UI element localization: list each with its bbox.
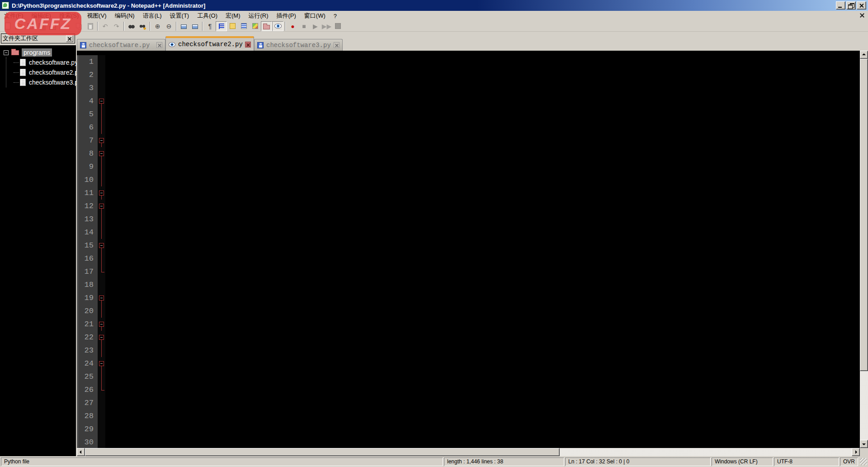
fold-margin[interactable] <box>98 186 105 200</box>
fold-collapse-icon[interactable] <box>99 99 104 104</box>
indent-guide-button[interactable] <box>216 21 227 31</box>
show-all-characters-button[interactable]: ¶ <box>204 21 216 31</box>
fold-margin[interactable] <box>98 147 105 160</box>
restore-button[interactable] <box>846 1 856 10</box>
tree-root-row[interactable]: programs <box>0 48 76 57</box>
sync-horizontal-scroll-button[interactable] <box>189 21 201 31</box>
menu-item-settings[interactable]: 设置(T) <box>166 11 193 21</box>
macro-stop-button[interactable]: ■ <box>298 21 310 31</box>
code-editor[interactable]: 1234567891011121314151617181920212223242… <box>77 51 860 448</box>
editor-line: 27 <box>77 396 860 410</box>
tab-checksoftware3.py[interactable]: checksoftware3.py <box>254 39 343 51</box>
fold-margin <box>98 213 105 226</box>
fold-collapse-icon[interactable] <box>99 322 104 327</box>
menu-item-plugins[interactable]: 插件(P) <box>273 11 300 21</box>
menu-item-tools[interactable]: 工具(O) <box>193 11 222 21</box>
horizontal-scrollbar[interactable] <box>77 448 860 456</box>
panel-close-icon[interactable] <box>66 35 73 42</box>
window-controls <box>836 1 866 10</box>
find-button[interactable] <box>126 21 137 31</box>
fold-margin[interactable] <box>98 318 105 331</box>
fold-collapse-icon[interactable] <box>99 138 104 143</box>
menu-item-encoding[interactable]: 编码(N) <box>111 11 139 21</box>
menu-item-language[interactable]: 语言(L) <box>139 11 166 21</box>
tab-label: checksoftware.py <box>89 42 156 49</box>
menu-item-macro[interactable]: 宏(M) <box>222 11 245 21</box>
macro-play-button[interactable]: ▶ <box>310 21 321 31</box>
editor-line: 11 <box>77 186 860 200</box>
fold-margin[interactable] <box>98 95 105 108</box>
minimize-button[interactable] <box>836 1 845 10</box>
function-list-button[interactable] <box>238 21 250 31</box>
resize-grip[interactable] <box>860 458 867 465</box>
fold-margin[interactable] <box>98 331 105 344</box>
tree-file-item[interactable]: checksoftware3.py <box>14 77 76 87</box>
redo-button[interactable]: ↷ <box>111 21 122 31</box>
document-close-icon[interactable] <box>859 12 865 19</box>
show-all-characters-icon: ¶ <box>208 23 212 30</box>
fold-margin[interactable] <box>98 291 105 305</box>
tab-checksoftware.py[interactable]: checksoftware.py <box>77 39 165 51</box>
fold-collapse-icon[interactable] <box>99 191 104 195</box>
zoom-in-button[interactable]: ⊕ <box>152 21 163 31</box>
status-doc-type: Python file <box>1 457 443 466</box>
menu-item-run[interactable]: 运行(R) <box>244 11 272 21</box>
line-number: 21 <box>77 318 98 331</box>
tab-checksoftware2.py[interactable]: checksoftware2.py <box>165 36 254 51</box>
vertical-scroll-thumb[interactable] <box>860 59 868 371</box>
close-button[interactable] <box>857 1 866 10</box>
horizontal-scroll-thumb[interactable] <box>85 448 560 456</box>
collapse-icon[interactable] <box>4 50 9 55</box>
macro-record-button[interactable]: ● <box>287 21 298 31</box>
fold-collapse-icon[interactable] <box>99 361 104 366</box>
macro-record-icon: ● <box>291 23 294 30</box>
scroll-left-button[interactable] <box>77 448 85 456</box>
scroll-right-button[interactable] <box>852 448 860 456</box>
document-monitoring-button[interactable] <box>272 21 283 31</box>
scroll-down-button[interactable] <box>860 440 868 448</box>
fold-collapse-icon[interactable] <box>99 295 104 300</box>
tab-close-icon[interactable] <box>245 42 251 48</box>
scroll-up-button[interactable] <box>860 51 868 59</box>
menu-item-window[interactable]: 窗口(W) <box>300 11 330 21</box>
fold-collapse-icon[interactable] <box>99 335 104 340</box>
tab-close-icon[interactable] <box>156 42 162 48</box>
fold-margin <box>98 226 105 239</box>
tree-file-item[interactable]: checksoftware.py <box>14 57 76 67</box>
macro-run-multiple-button[interactable]: ▶▶ <box>321 21 332 31</box>
fold-margin[interactable] <box>98 239 105 252</box>
menu-item-view[interactable]: 视图(V) <box>83 11 110 21</box>
status-typing-mode[interactable]: OVR <box>840 457 858 466</box>
line-number: 18 <box>77 278 98 291</box>
undo-icon: ↶ <box>103 23 108 30</box>
document-map-button[interactable] <box>250 21 261 31</box>
line-number: 30 <box>77 436 98 448</box>
zoom-out-button[interactable]: ⊖ <box>163 21 175 31</box>
fold-line <box>101 305 102 318</box>
vertical-scrollbar[interactable] <box>860 51 868 448</box>
fold-collapse-icon[interactable] <box>99 243 104 248</box>
editor-line: 25 <box>77 370 860 383</box>
paste-button[interactable] <box>85 21 96 31</box>
undo-button[interactable]: ↶ <box>99 21 111 31</box>
fold-margin <box>98 344 105 357</box>
replace-button[interactable] <box>137 21 148 31</box>
fold-collapse-icon[interactable] <box>99 204 104 209</box>
folder-as-workspace-button[interactable] <box>261 21 272 31</box>
menu-item-help[interactable]: ? <box>330 12 341 20</box>
fold-margin[interactable] <box>98 200 105 213</box>
tree-file-item[interactable]: checksoftware2.py <box>14 67 76 77</box>
tab-close-icon[interactable] <box>334 42 340 48</box>
macro-save-button[interactable] <box>332 21 344 31</box>
line-number: 22 <box>77 331 98 344</box>
toolbar-separator <box>202 22 203 31</box>
fold-margin[interactable] <box>98 134 105 147</box>
word-wrap-button[interactable] <box>227 21 238 31</box>
sync-vertical-scroll-button[interactable] <box>178 21 189 31</box>
fold-collapse-icon[interactable] <box>99 151 104 156</box>
sync-vertical-scroll-icon <box>181 24 187 29</box>
editor-line: 26 <box>77 383 860 396</box>
line-number: 7 <box>77 134 98 147</box>
fold-margin[interactable] <box>98 357 105 370</box>
panel-title: 文件夹工作区 <box>3 34 38 43</box>
